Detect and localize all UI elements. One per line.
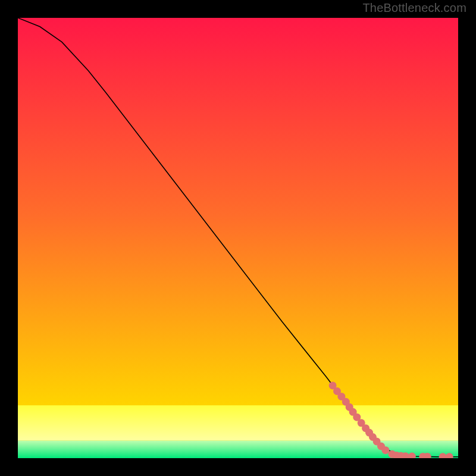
chart-stage: TheBottleneck.com [0, 0, 476, 476]
gradient-background [18, 18, 458, 458]
chart-svg [18, 18, 458, 458]
data-marker [381, 446, 389, 454]
plot-area [18, 18, 458, 458]
gradient-bands [18, 405, 458, 458]
watermark-text: TheBottleneck.com [362, 1, 466, 15]
color-band [18, 405, 458, 440]
